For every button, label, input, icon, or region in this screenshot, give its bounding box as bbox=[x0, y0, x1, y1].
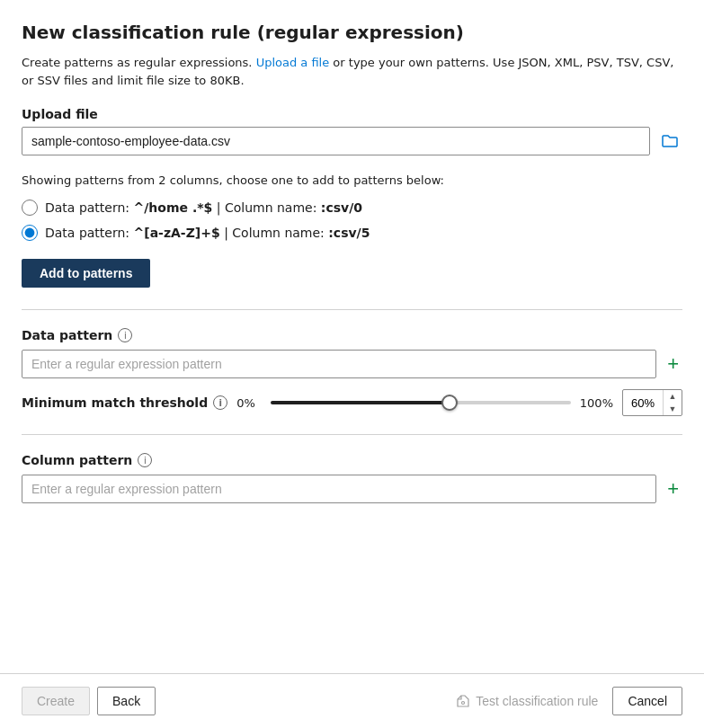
radio-group: Data pattern: ^/home .*$ | Column name: … bbox=[22, 200, 682, 241]
column-pattern-label: Column pattern bbox=[22, 453, 132, 467]
data-pattern-label-row: Data pattern i bbox=[22, 328, 682, 342]
threshold-slider-container bbox=[271, 394, 571, 412]
threshold-spinner: ▲ ▼ bbox=[663, 390, 682, 415]
data-pattern-label: Data pattern bbox=[22, 328, 112, 342]
data-pattern-input-row: + bbox=[22, 350, 682, 378]
page-title: New classification rule (regular express… bbox=[22, 22, 682, 43]
threshold-slider[interactable] bbox=[271, 401, 571, 404]
test-classification-button[interactable]: Test classification rule bbox=[449, 688, 605, 715]
column-pattern-label-row: Column pattern i bbox=[22, 453, 682, 467]
divider-2 bbox=[22, 434, 682, 435]
threshold-decrement-button[interactable]: ▼ bbox=[664, 403, 682, 415]
radio-label-1: Data pattern: ^/home .*$ | Column name: … bbox=[45, 200, 362, 215]
test-icon bbox=[456, 694, 470, 708]
threshold-label: Minimum match threshold i bbox=[22, 395, 227, 410]
threshold-min-label: 0% bbox=[236, 396, 262, 410]
column-pattern-section: Column pattern i + bbox=[22, 453, 682, 503]
column-pattern-info-icon[interactable]: i bbox=[138, 453, 152, 467]
radio-item-1[interactable]: Data pattern: ^/home .*$ | Column name: … bbox=[22, 200, 682, 216]
cancel-button[interactable]: Cancel bbox=[612, 687, 682, 715]
data-pattern-info-icon[interactable]: i bbox=[118, 328, 132, 342]
svg-point-0 bbox=[462, 702, 465, 705]
threshold-row: Minimum match threshold i 0% 100% ▲ ▼ bbox=[22, 389, 682, 416]
browse-folder-button[interactable] bbox=[657, 129, 682, 154]
radio-item-2[interactable]: Data pattern: ^[a-zA-Z]+$ | Column name:… bbox=[22, 225, 682, 241]
back-button[interactable]: Back bbox=[97, 687, 156, 715]
divider-1 bbox=[22, 309, 682, 310]
radio-input-1[interactable] bbox=[22, 200, 38, 216]
upload-row bbox=[22, 127, 682, 155]
upload-link[interactable]: Upload a file bbox=[256, 56, 330, 69]
threshold-value-input[interactable] bbox=[623, 393, 663, 413]
column-pattern-input[interactable] bbox=[22, 475, 656, 503]
threshold-max-label: 100% bbox=[580, 396, 613, 410]
patterns-hint: Showing patterns from 2 columns, choose … bbox=[22, 173, 682, 187]
threshold-value-box: ▲ ▼ bbox=[622, 389, 682, 416]
upload-input[interactable] bbox=[22, 127, 650, 155]
description: Create patterns as regular expressions. … bbox=[22, 54, 682, 89]
threshold-increment-button[interactable]: ▲ bbox=[664, 390, 682, 403]
test-classification-label: Test classification rule bbox=[476, 694, 598, 708]
data-pattern-add-button[interactable]: + bbox=[664, 354, 682, 374]
description-text-1: Create patterns as regular expressions. bbox=[22, 56, 256, 69]
data-pattern-section: Data pattern i + Minimum match threshold… bbox=[22, 328, 682, 416]
footer: Create Back Test classification rule Can… bbox=[0, 673, 704, 728]
upload-section: Upload file bbox=[22, 107, 682, 155]
main-content: New classification rule (regular express… bbox=[22, 22, 682, 593]
column-pattern-add-button[interactable]: + bbox=[664, 479, 682, 499]
add-to-patterns-button[interactable]: Add to patterns bbox=[22, 259, 150, 288]
create-button: Create bbox=[22, 687, 90, 715]
radio-input-2[interactable] bbox=[22, 225, 38, 241]
column-pattern-input-row: + bbox=[22, 475, 682, 503]
data-pattern-input[interactable] bbox=[22, 350, 656, 378]
threshold-info-icon[interactable]: i bbox=[213, 395, 227, 410]
radio-label-2: Data pattern: ^[a-zA-Z]+$ | Column name:… bbox=[45, 226, 370, 240]
upload-label: Upload file bbox=[22, 107, 682, 121]
